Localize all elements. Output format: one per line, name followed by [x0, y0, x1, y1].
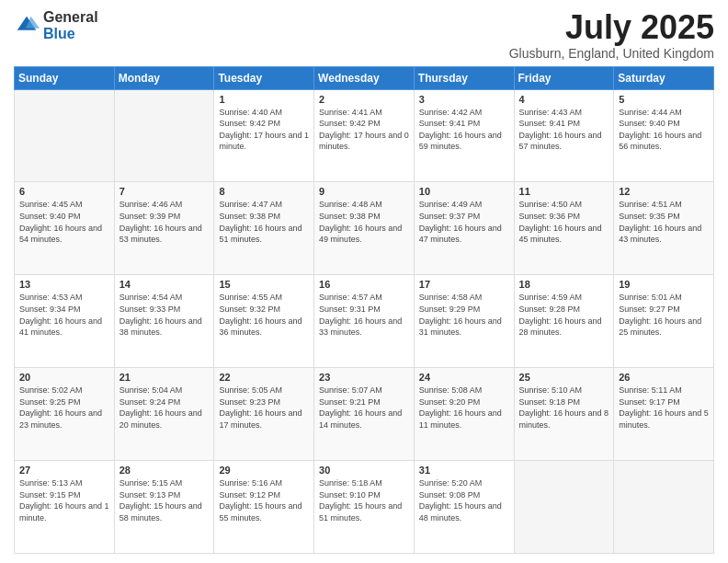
daylight-text: Daylight: 16 hours and 8 minutes.	[519, 408, 609, 431]
sunrise-text: Sunrise: 4:46 AM	[119, 199, 210, 211]
header-thursday: Thursday	[414, 66, 514, 89]
calendar-cell: 19Sunrise: 5:01 AMSunset: 9:27 PMDayligh…	[614, 275, 714, 368]
day-number: 9	[319, 186, 409, 197]
daylight-text: Daylight: 15 hours and 48 minutes.	[419, 500, 509, 523]
daylight-text: Daylight: 16 hours and 56 minutes.	[619, 130, 709, 153]
daylight-text: Daylight: 15 hours and 55 minutes.	[219, 500, 309, 523]
sunset-text: Sunset: 9:23 PM	[219, 396, 309, 408]
day-info: Sunrise: 4:41 AMSunset: 9:42 PMDaylight:…	[319, 107, 409, 153]
sunrise-text: Sunrise: 5:02 AM	[19, 385, 109, 396]
sunrise-text: Sunrise: 4:42 AM	[419, 107, 509, 119]
calendar-cell: 8Sunrise: 4:47 AMSunset: 9:38 PMDaylight…	[214, 182, 314, 275]
sunrise-text: Sunrise: 5:13 AM	[19, 477, 109, 489]
header: General Blue July 2025 Glusburn, England…	[14, 9, 714, 61]
sunset-text: Sunset: 9:28 PM	[519, 304, 609, 316]
sunset-text: Sunset: 9:25 PM	[19, 396, 109, 408]
sunrise-text: Sunrise: 4:58 AM	[419, 292, 509, 304]
day-info: Sunrise: 4:57 AMSunset: 9:31 PMDaylight:…	[319, 292, 409, 338]
sunrise-text: Sunrise: 5:11 AM	[619, 385, 709, 396]
day-info: Sunrise: 4:43 AMSunset: 9:41 PMDaylight:…	[519, 107, 609, 153]
daylight-text: Daylight: 16 hours and 47 minutes.	[419, 223, 509, 246]
day-number: 1	[219, 94, 309, 105]
day-info: Sunrise: 4:55 AMSunset: 9:32 PMDaylight:…	[219, 292, 309, 338]
calendar-cell	[514, 461, 614, 554]
daylight-text: Daylight: 16 hours and 36 minutes.	[219, 316, 309, 339]
sunrise-text: Sunrise: 5:04 AM	[119, 385, 210, 396]
daylight-text: Daylight: 16 hours and 53 minutes.	[119, 223, 210, 246]
calendar-cell	[114, 89, 214, 182]
daylight-text: Daylight: 16 hours and 11 minutes.	[419, 408, 509, 431]
day-number: 13	[19, 279, 109, 290]
day-info: Sunrise: 4:51 AMSunset: 9:35 PMDaylight:…	[619, 199, 709, 245]
calendar-cell	[15, 89, 115, 182]
calendar-cell: 27Sunrise: 5:13 AMSunset: 9:15 PMDayligh…	[15, 461, 115, 554]
header-monday: Monday	[114, 66, 214, 89]
day-number: 3	[419, 94, 509, 105]
day-info: Sunrise: 4:44 AMSunset: 9:40 PMDaylight:…	[619, 107, 709, 153]
day-info: Sunrise: 4:49 AMSunset: 9:37 PMDaylight:…	[419, 199, 509, 245]
daylight-text: Daylight: 16 hours and 28 minutes.	[519, 316, 609, 339]
day-number: 11	[519, 186, 609, 197]
sunset-text: Sunset: 9:18 PM	[519, 396, 609, 408]
sunset-text: Sunset: 9:41 PM	[419, 118, 509, 130]
calendar-cell: 20Sunrise: 5:02 AMSunset: 9:25 PMDayligh…	[15, 368, 115, 461]
title-location: Glusburn, England, United Kingdom	[509, 46, 714, 61]
daylight-text: Daylight: 16 hours and 5 minutes.	[619, 408, 709, 431]
calendar-cell: 14Sunrise: 4:54 AMSunset: 9:33 PMDayligh…	[114, 275, 214, 368]
sunrise-text: Sunrise: 4:55 AM	[219, 292, 309, 304]
sunset-text: Sunset: 9:32 PM	[219, 304, 309, 316]
sunset-text: Sunset: 9:12 PM	[219, 489, 309, 501]
sunset-text: Sunset: 9:17 PM	[619, 396, 709, 408]
header-saturday: Saturday	[614, 66, 714, 89]
calendar-cell: 23Sunrise: 5:07 AMSunset: 9:21 PMDayligh…	[314, 368, 415, 461]
sunset-text: Sunset: 9:42 PM	[219, 118, 309, 130]
day-info: Sunrise: 5:05 AMSunset: 9:23 PMDaylight:…	[219, 385, 309, 431]
day-number: 28	[119, 465, 210, 476]
day-number: 4	[519, 94, 609, 105]
day-number: 2	[319, 94, 409, 105]
daylight-text: Daylight: 16 hours and 49 minutes.	[319, 223, 409, 246]
day-info: Sunrise: 4:45 AMSunset: 9:40 PMDaylight:…	[19, 199, 109, 245]
day-number: 8	[219, 186, 309, 197]
day-info: Sunrise: 5:13 AMSunset: 9:15 PMDaylight:…	[19, 477, 109, 523]
day-info: Sunrise: 5:08 AMSunset: 9:20 PMDaylight:…	[419, 385, 509, 431]
daylight-text: Daylight: 16 hours and 25 minutes.	[619, 316, 709, 339]
sunset-text: Sunset: 9:38 PM	[219, 211, 309, 223]
sunset-text: Sunset: 9:42 PM	[319, 118, 409, 130]
day-number: 29	[219, 465, 309, 476]
day-info: Sunrise: 4:59 AMSunset: 9:28 PMDaylight:…	[519, 292, 609, 338]
calendar-week-4: 20Sunrise: 5:02 AMSunset: 9:25 PMDayligh…	[15, 368, 714, 461]
calendar-cell: 1Sunrise: 4:40 AMSunset: 9:42 PMDaylight…	[214, 89, 314, 182]
sunrise-text: Sunrise: 4:45 AM	[19, 199, 109, 211]
sunrise-text: Sunrise: 4:47 AM	[219, 199, 309, 211]
daylight-text: Daylight: 16 hours and 45 minutes.	[519, 223, 609, 246]
sunset-text: Sunset: 9:40 PM	[19, 211, 109, 223]
day-info: Sunrise: 4:48 AMSunset: 9:38 PMDaylight:…	[319, 199, 409, 245]
sunset-text: Sunset: 9:40 PM	[619, 118, 709, 130]
sunrise-text: Sunrise: 4:51 AM	[619, 199, 709, 211]
day-info: Sunrise: 5:10 AMSunset: 9:18 PMDaylight:…	[519, 385, 609, 431]
sunset-text: Sunset: 9:34 PM	[19, 304, 109, 316]
sunset-text: Sunset: 9:31 PM	[319, 304, 409, 316]
calendar-cell: 9Sunrise: 4:48 AMSunset: 9:38 PMDaylight…	[314, 182, 415, 275]
day-info: Sunrise: 4:40 AMSunset: 9:42 PMDaylight:…	[219, 107, 309, 153]
calendar-cell: 3Sunrise: 4:42 AMSunset: 9:41 PMDaylight…	[414, 89, 514, 182]
daylight-text: Daylight: 16 hours and 20 minutes.	[119, 408, 210, 431]
daylight-text: Daylight: 15 hours and 51 minutes.	[319, 500, 409, 523]
logo-icon	[14, 13, 40, 39]
day-number: 21	[119, 372, 210, 383]
day-info: Sunrise: 5:07 AMSunset: 9:21 PMDaylight:…	[319, 385, 409, 431]
day-number: 10	[419, 186, 509, 197]
day-info: Sunrise: 4:53 AMSunset: 9:34 PMDaylight:…	[19, 292, 109, 338]
calendar-cell: 22Sunrise: 5:05 AMSunset: 9:23 PMDayligh…	[214, 368, 314, 461]
day-number: 25	[519, 372, 609, 383]
sunset-text: Sunset: 9:08 PM	[419, 489, 509, 501]
logo-blue: Blue	[43, 26, 98, 42]
daylight-text: Daylight: 16 hours and 14 minutes.	[319, 408, 409, 431]
daylight-text: Daylight: 16 hours and 31 minutes.	[419, 316, 509, 339]
daylight-text: Daylight: 16 hours and 54 minutes.	[19, 223, 109, 246]
sunset-text: Sunset: 9:13 PM	[119, 489, 210, 501]
day-info: Sunrise: 5:20 AMSunset: 9:08 PMDaylight:…	[419, 477, 509, 523]
calendar-cell: 6Sunrise: 4:45 AMSunset: 9:40 PMDaylight…	[15, 182, 115, 275]
calendar-cell: 5Sunrise: 4:44 AMSunset: 9:40 PMDaylight…	[614, 89, 714, 182]
